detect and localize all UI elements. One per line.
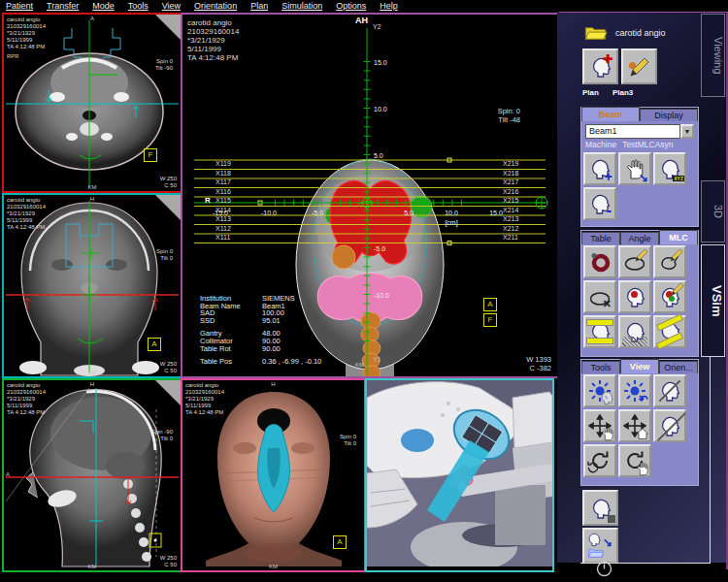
axis-label-y1: Y1 bbox=[373, 356, 381, 363]
menu-item[interactable]: Patient bbox=[6, 1, 33, 11]
dropdown-arrow-icon[interactable]: ▼ bbox=[680, 124, 694, 139]
menu-item[interactable]: Tools bbox=[128, 1, 149, 11]
window-level-readout: W 250C 50 bbox=[160, 176, 177, 189]
tab-mlc[interactable]: MLC bbox=[659, 230, 698, 244]
orientation-box: A bbox=[333, 535, 347, 549]
mlc-fit-button[interactable] bbox=[583, 315, 616, 348]
orientation-marker-top: H bbox=[271, 381, 275, 387]
edit-structure-button[interactable] bbox=[653, 280, 686, 313]
menu-item[interactable]: Simulation bbox=[281, 1, 322, 11]
window-border-top bbox=[559, 12, 728, 13]
menu-item[interactable]: Plan bbox=[250, 1, 268, 11]
draw-ellipse-button[interactable] bbox=[618, 245, 651, 278]
menu-item[interactable]: Options bbox=[336, 1, 366, 11]
head-icon bbox=[623, 285, 646, 308]
plan3-label: Plan3 bbox=[612, 88, 633, 97]
head-icon bbox=[623, 320, 646, 343]
rotate-axes-button[interactable] bbox=[583, 444, 616, 477]
viewport-axial-ct[interactable]: carotid angio210329160014*3/21/19295/11/… bbox=[2, 13, 182, 193]
contour-ring-button[interactable] bbox=[583, 245, 616, 278]
draw-polygon-button[interactable] bbox=[653, 245, 686, 278]
menu-item[interactable]: Mode bbox=[92, 1, 115, 11]
brightness-button[interactable] bbox=[583, 374, 616, 407]
pencil-icon bbox=[669, 247, 684, 263]
patient-info-line: TA 4:12:48 PM bbox=[7, 44, 46, 50]
x-axis-tick: 15.0 bbox=[480, 210, 512, 216]
beam-xyz-button[interactable]: XYZ bbox=[653, 152, 686, 185]
patient-info-line: *3/21/1929 bbox=[185, 396, 224, 403]
tab-table[interactable]: Table bbox=[581, 232, 620, 244]
viewport-resize-handle[interactable] bbox=[155, 15, 181, 40]
tab-display[interactable]: Display bbox=[640, 109, 698, 121]
menu-item[interactable]: Transfer bbox=[47, 1, 79, 11]
view-panel-tabs: Tools View Orien... bbox=[581, 360, 698, 373]
patient-info-block: carotid angio210329160014*3/21/19295/11/… bbox=[185, 382, 224, 416]
head-icon bbox=[588, 320, 612, 343]
mlc-hatch-button[interactable] bbox=[618, 315, 651, 348]
table-pos-value: 0.36 , -6.99 , -0.10 bbox=[262, 358, 321, 366]
viewport-resize-handle[interactable] bbox=[155, 195, 181, 220]
mlc-leaf-label: X215 bbox=[503, 196, 518, 206]
head-icon bbox=[588, 157, 612, 180]
tab-angle[interactable]: Angle bbox=[620, 232, 659, 244]
reset-brightness-button[interactable]: ↶ bbox=[618, 374, 651, 407]
menu-item[interactable]: Help bbox=[380, 1, 398, 11]
snapshot-button[interactable] bbox=[582, 490, 618, 526]
tab-beam[interactable]: Beam bbox=[581, 107, 640, 121]
orientation-marker-bottom: KM bbox=[355, 362, 364, 368]
viewport-coronal-ct[interactable]: carotid angio210329160014*3/21/19295/11/… bbox=[2, 193, 182, 378]
menu-item[interactable]: Orientation bbox=[194, 1, 237, 11]
orientation-box-a: A bbox=[483, 298, 497, 311]
patient-folder-row[interactable]: carotid angio bbox=[584, 25, 666, 41]
machine-label: Machine bbox=[585, 140, 616, 149]
viewport-machine-room-view[interactable] bbox=[365, 378, 554, 572]
patient-info-line: *3/21/1929 bbox=[187, 36, 239, 45]
remove-beam-button[interactable]: - bbox=[583, 187, 616, 220]
tab-viewing[interactable]: Viewing bbox=[701, 14, 725, 97]
spin-tilt-readout: Spin 0Tilt -90 bbox=[155, 58, 173, 72]
tab-tools[interactable]: Tools bbox=[581, 361, 620, 373]
patient-info-line: TA 4:12:48 PM bbox=[7, 224, 46, 231]
orientation-marker-top: H bbox=[90, 196, 94, 202]
viewport-sagittal-ct[interactable]: carotid angio210329160014*3/21/19295/11/… bbox=[2, 378, 182, 572]
patient-info-line: TA 4:12:48 PM bbox=[7, 409, 46, 416]
menu-item[interactable]: View bbox=[162, 1, 181, 11]
pan-view-button[interactable] bbox=[583, 409, 616, 442]
mlc-rotate-button[interactable] bbox=[653, 315, 686, 348]
tab-3d[interactable]: 3D bbox=[701, 180, 725, 242]
hide-structures-button[interactable] bbox=[653, 374, 686, 407]
mlc-leaf-label: X116 bbox=[215, 187, 231, 197]
orientation-box: A bbox=[148, 338, 161, 351]
pencil-icon bbox=[670, 281, 685, 297]
plan3-button[interactable] bbox=[621, 48, 657, 84]
tab-view[interactable]: View bbox=[620, 359, 659, 373]
save-view-button[interactable]: ↘ bbox=[582, 528, 618, 564]
mlc-leaf-label: X119 bbox=[215, 159, 231, 169]
beam-select[interactable]: Beam1 ▼ bbox=[585, 124, 694, 139]
clock-icon bbox=[596, 561, 612, 581]
head-beams-icon bbox=[628, 55, 651, 79]
add-beam-button[interactable]: + bbox=[583, 152, 616, 185]
hide-image-button[interactable] bbox=[653, 409, 686, 442]
head-icon bbox=[658, 414, 681, 437]
orientation-box-f: F bbox=[483, 313, 497, 327]
beam-buttons: + ↘ XYZ - bbox=[581, 151, 698, 221]
tab-vsim[interactable]: VSim bbox=[701, 244, 725, 357]
patient-info-line: 210329160014 bbox=[7, 23, 46, 30]
home-view-button[interactable] bbox=[618, 409, 651, 442]
tab-orientation[interactable]: Orien... bbox=[659, 361, 698, 373]
orientation-marker-left: A bbox=[6, 471, 10, 477]
transform-contour-button[interactable]: ✕ bbox=[583, 280, 616, 313]
viewport-beams-eye-view[interactable]: carotid angio210329160014*3/21/19295/11/… bbox=[181, 13, 559, 378]
patient-info-line: TA 4:12:48 PM bbox=[185, 409, 224, 416]
patient-info-block: carotid angio210329160014*3/21/19295/11/… bbox=[7, 16, 46, 50]
copy-beam-button[interactable]: ↘ bbox=[618, 152, 651, 185]
viewport-3d-surface[interactable]: carotid angio210329160014*3/21/19295/11/… bbox=[181, 378, 366, 572]
viewport-resize-handle[interactable] bbox=[155, 380, 181, 405]
patient-info-line: carotid angio bbox=[7, 382, 46, 389]
structure-view-button[interactable] bbox=[618, 280, 651, 313]
orbit-view-button[interactable] bbox=[618, 444, 651, 477]
patient-info-line: carotid angio bbox=[7, 197, 46, 204]
plan-button[interactable]: ✚ bbox=[582, 48, 618, 84]
home-icon bbox=[635, 426, 650, 441]
